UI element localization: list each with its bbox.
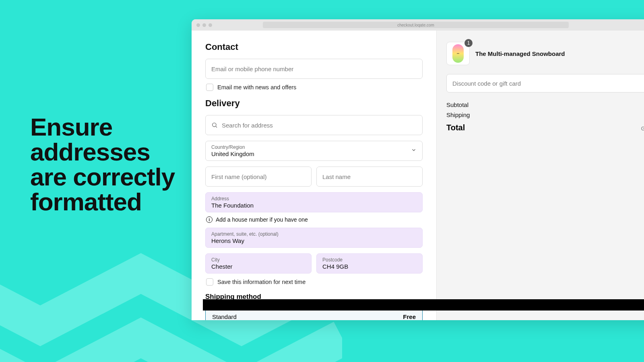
postcode-field[interactable]: Postcode CH4 9GB (316, 253, 423, 274)
discount-field[interactable]: Discount code or gift card (446, 74, 644, 93)
svg-line-1 (216, 126, 217, 128)
news-checkbox[interactable] (206, 84, 213, 91)
order-summary: 1 The Multi-managed Snowboard Discount c… (436, 31, 644, 320)
currency-code: GBP (641, 126, 644, 132)
shipping-option-name: Standard (212, 313, 237, 320)
save-info-label: Save this information for next time (217, 279, 305, 285)
checkout-main: Contact Email or mobile phone number Ema… (192, 31, 436, 320)
bottom-strip (203, 299, 644, 311)
browser-window: checkout.loqate.com Contact Email or mob… (192, 19, 644, 320)
shipping-label: Shipping (446, 111, 470, 118)
address-field[interactable]: Address The Foundation (205, 192, 423, 212)
city-value: Chester (211, 263, 233, 270)
news-label: Email me with news and offers (217, 84, 296, 90)
address-hint: i Add a house number if you have one (206, 216, 423, 223)
apt-label: Apartment, suite, etc. (optional) (211, 231, 279, 237)
apartment-field[interactable]: Apartment, suite, etc. (optional) Herons… (205, 228, 423, 248)
product-thumbnail: 1 (446, 42, 470, 65)
delivery-heading: Delivery (205, 98, 423, 109)
address-hint-text: Add a house number if you have one (216, 216, 308, 223)
search-placeholder: Search for address (222, 122, 273, 129)
chevron-down-icon (411, 147, 417, 154)
last-name-placeholder: Last name (322, 173, 351, 180)
email-placeholder: Email or mobile phone number (211, 66, 293, 72)
country-value: United Kingdom (211, 150, 254, 157)
email-field[interactable]: Email or mobile phone number (205, 59, 423, 79)
svg-point-0 (213, 123, 216, 127)
first-name-field[interactable]: First name (optional) (205, 167, 312, 187)
postcode-label: Postcode (322, 257, 343, 263)
discount-placeholder: Discount code or gift card (452, 80, 521, 87)
country-label: Country/Region (211, 144, 245, 150)
city-label: City (211, 257, 220, 263)
cart-item: 1 The Multi-managed Snowboard (446, 42, 644, 65)
address-search-field[interactable]: Search for address (205, 115, 423, 135)
address-label: Address (211, 196, 229, 202)
save-info-checkbox[interactable] (206, 278, 213, 286)
traffic-light-min (202, 23, 206, 27)
subtotal-label: Subtotal (446, 101, 469, 108)
last-name-field[interactable]: Last name (316, 167, 423, 187)
city-field[interactable]: City Chester (205, 253, 312, 274)
country-select[interactable]: Country/Region United Kingdom (205, 141, 423, 161)
marketing-headline: Ensure addresses are correctly formatted (30, 115, 175, 214)
product-title: The Multi-managed Snowboard (475, 50, 565, 57)
address-value: The Foundation (211, 202, 254, 209)
shipping-option-price: Free (403, 313, 416, 320)
total-label: Total (446, 123, 465, 132)
first-name-placeholder: First name (optional) (211, 173, 267, 180)
search-icon (211, 122, 218, 128)
postcode-value: CH4 9GB (322, 263, 348, 270)
browser-titlebar: checkout.loqate.com (192, 19, 644, 31)
address-bar[interactable]: checkout.loqate.com (263, 22, 569, 28)
qty-badge: 1 (464, 39, 473, 47)
traffic-light-close (196, 23, 200, 27)
info-icon: i (206, 216, 213, 223)
apt-value: Herons Way (211, 237, 244, 244)
contact-heading: Contact (205, 42, 423, 52)
traffic-light-max (208, 23, 212, 27)
